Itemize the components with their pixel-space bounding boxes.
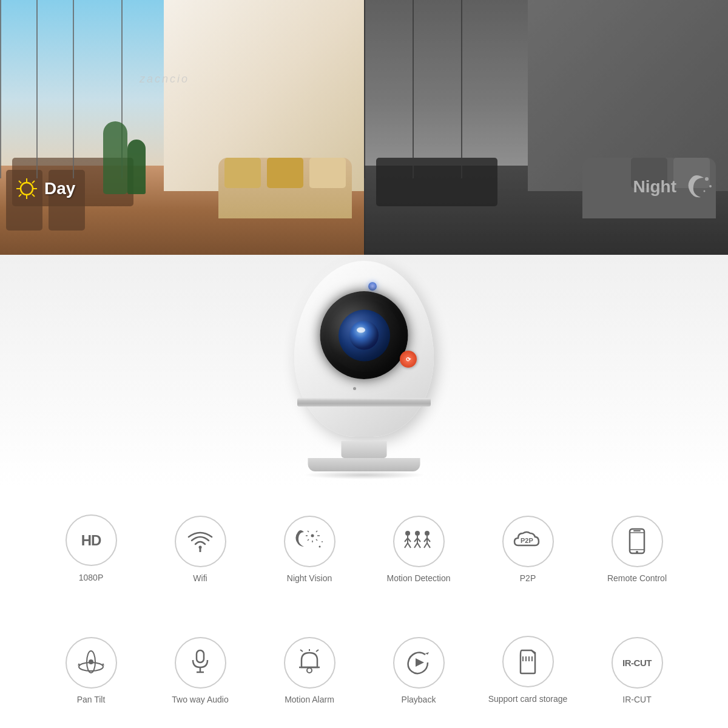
svg-point-29 (415, 531, 420, 536)
audio-label: Two way Audio (172, 695, 228, 704)
feature-pan-tilt-circle (66, 637, 117, 689)
divider (364, 0, 365, 255)
feature-motion-alarm: Motion Alarm (261, 637, 358, 704)
feature-playback: Playback (370, 637, 467, 704)
remote-control-label: Remote Control (607, 573, 667, 583)
svg-line-28 (408, 543, 411, 548)
ir-indicator (368, 282, 377, 291)
camera-band (297, 398, 431, 406)
svg-line-16 (316, 539, 317, 541)
feature-wifi: Wifi (152, 516, 249, 583)
lens-housing (320, 291, 408, 379)
svg-point-23 (405, 531, 410, 536)
svg-line-39 (424, 543, 427, 548)
alarm-label: Motion Alarm (285, 695, 334, 704)
hd-label: 1080P (79, 572, 103, 583)
feature-night-vision: Night Vision (261, 516, 358, 583)
feature-hd-circle: HD (66, 514, 117, 566)
svg-point-21 (319, 546, 321, 548)
svg-point-12 (199, 545, 202, 548)
svg-point-22 (322, 541, 323, 542)
ir-cut-icon: IR-CUT (622, 658, 652, 668)
microphone-icon (190, 649, 210, 676)
feature-night-vision-circle (284, 516, 335, 567)
moon-icon (682, 173, 713, 200)
camera-brand-icon: ⟳ (400, 351, 417, 368)
camera-shadow (303, 471, 425, 479)
svg-point-11 (704, 190, 706, 192)
hd-icon: HD (81, 532, 101, 549)
card-storage-label: Support card storage (488, 693, 568, 704)
feature-pan-tilt: Pan Tilt (42, 637, 140, 704)
svg-rect-50 (197, 650, 204, 662)
feature-ir-circle: IR-CUT (612, 637, 663, 689)
ir-cut-label: IR-CUT (622, 695, 651, 704)
svg-line-6 (32, 194, 35, 197)
feature-motion-detection: Motion Detection (370, 516, 467, 583)
svg-marker-57 (416, 658, 424, 667)
alarm-icon (297, 649, 322, 676)
camera-base (308, 458, 420, 471)
camera-body: ⟳ (279, 261, 449, 479)
feature-audio-circle (175, 637, 226, 689)
p2p-icon: P2P (512, 528, 544, 554)
svg-line-54 (300, 650, 303, 652)
svg-line-40 (427, 543, 430, 548)
features-row-2: Pan Tilt Two way Audio (0, 607, 728, 728)
sun-icon (15, 177, 38, 200)
pan-tilt-icon (76, 650, 106, 675)
svg-line-20 (308, 531, 309, 532)
feature-p2p: P2P P2P (479, 516, 576, 583)
svg-point-10 (709, 185, 712, 187)
night-half: Night (364, 0, 728, 255)
feature-wifi-circle (175, 516, 226, 567)
features-row-1: HD 1080P Wifi (0, 485, 728, 607)
feature-card-storage: Support card storage (479, 636, 576, 704)
svg-line-34 (417, 543, 420, 548)
day-half: Day zacncio (0, 0, 364, 255)
svg-point-13 (311, 534, 314, 538)
feature-playback-circle (393, 637, 445, 689)
motion-icon (403, 530, 434, 553)
night-label: Night (633, 173, 713, 200)
svg-line-55 (316, 650, 318, 652)
mic-dot (353, 387, 356, 390)
watermark: zacncio (140, 73, 189, 86)
svg-line-5 (19, 181, 21, 183)
svg-text:P2P: P2P (521, 537, 533, 544)
feature-remote-control-circle (612, 516, 663, 567)
motion-detection-label: Motion Detection (386, 573, 450, 583)
svg-line-27 (405, 543, 408, 548)
feature-p2p-circle: P2P (502, 516, 554, 567)
svg-line-7 (32, 181, 35, 183)
day-label: Day (15, 177, 75, 200)
wifi-label: Wifi (193, 573, 207, 583)
camera-section: ⟳ (0, 255, 728, 485)
camera-shell: ⟳ (294, 261, 434, 437)
svg-point-0 (21, 183, 33, 195)
night-vision-icon (294, 530, 325, 553)
svg-line-33 (414, 543, 417, 548)
top-section: Day zacncio Night (0, 0, 728, 255)
p2p-label: P2P (520, 573, 536, 583)
phone-icon (629, 528, 645, 554)
playback-label: Playback (402, 695, 436, 704)
svg-rect-46 (633, 530, 641, 531)
feature-ir-cut: IR-CUT IR-CUT (588, 637, 686, 704)
playback-icon (406, 650, 431, 675)
feature-two-way-audio: Two way Audio (152, 637, 249, 704)
feature-hd: HD 1080P (42, 514, 140, 583)
feature-alarm-circle (284, 637, 335, 689)
svg-line-18 (308, 539, 309, 541)
svg-line-14 (316, 531, 317, 532)
svg-point-9 (705, 177, 709, 181)
camera-neck (342, 441, 387, 458)
feature-remote-control: Remote Control (588, 516, 686, 583)
feature-card-circle (502, 636, 554, 687)
svg-point-53 (307, 668, 312, 673)
svg-point-35 (425, 531, 430, 536)
pan-tilt-label: Pan Tilt (77, 695, 106, 704)
sd-card-icon (518, 649, 538, 675)
night-vision-label: Night Vision (287, 573, 332, 583)
feature-motion-detection-circle (393, 516, 445, 567)
